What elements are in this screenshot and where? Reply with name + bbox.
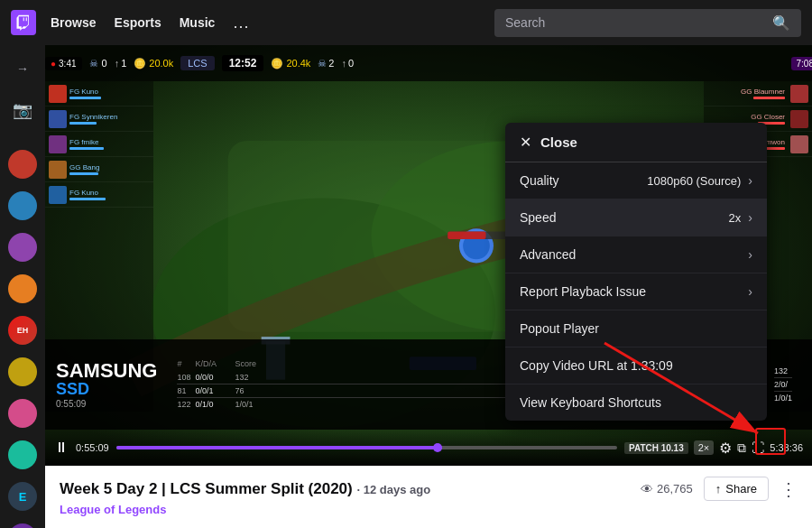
nav-links: Browse Esports Music ...: [51, 14, 249, 32]
hud-kills-left: ☠ 0: [89, 58, 107, 69]
progress-thumb: [433, 443, 442, 452]
video-age: · 12 days ago: [356, 483, 430, 496]
search-bar[interactable]: 🔍: [494, 9, 801, 37]
sidebar-avatar-2[interactable]: [8, 191, 37, 220]
sidebar-avatar-8[interactable]: [8, 440, 37, 469]
sidebar-avatar-6[interactable]: [8, 357, 37, 386]
hud-gold-right: 🪙 20.4k: [271, 58, 310, 69]
popup-quality-arrow: ›: [748, 173, 752, 188]
ad-brand-block: SAMSUNG SSD 0:55:09: [56, 361, 157, 409]
popup-item-speed[interactable]: Speed 2x ›: [505, 199, 767, 236]
player-info-3: FG fmike: [69, 138, 104, 150]
total-time: 5:38:36: [770, 442, 803, 453]
pip-button[interactable]: ⧉: [737, 440, 746, 456]
twitch-logo[interactable]: [11, 10, 36, 35]
popup-quality-value: 1080p60 (Source): [647, 174, 741, 188]
player-row-2: FG Synnikeren: [45, 107, 153, 132]
player-info-5: FG Kuno: [69, 189, 106, 200]
video-title-row: Week 5 Day 2 | LCS Summer Split (2020) ·…: [60, 477, 798, 501]
sidebar-avatar-7[interactable]: [8, 399, 37, 428]
below-video: Week 5 Day 2 | LCS Summer Split (2020) ·…: [45, 466, 812, 528]
popup-quality-label: Quality: [520, 173, 647, 188]
video-controls: ⏸ 0:55:09 PATCH 10.13 2× ⚙ ⧉ ⛶ 5:38:36: [45, 430, 812, 466]
popup-advanced-arrow: ›: [748, 247, 752, 262]
player-avatar-5: [49, 186, 67, 204]
video-container[interactable]: ● 3:41 ☠ 0 ↑1 🪙 20.0k LCS 12:52 🪙 20.4k …: [45, 45, 812, 466]
popup-item-advanced[interactable]: Advanced ›: [505, 236, 767, 273]
popup-advanced-label: Advanced: [520, 247, 748, 262]
popup-speed-value: 2x: [729, 211, 742, 225]
player-row-1: FG Kuno: [45, 81, 153, 107]
right-player-avatar-2: [790, 110, 808, 128]
player-info-2: FG Synnikeren: [69, 113, 117, 125]
right-player-info-1: GG Blaumner: [741, 88, 785, 99]
player-avatar-2: [49, 110, 67, 128]
play-pause-button[interactable]: ⏸: [54, 440, 69, 456]
popup-report-arrow: ›: [748, 284, 752, 299]
fullscreen-button[interactable]: ⛶: [752, 440, 764, 455]
sidebar-avatar-9[interactable]: E: [8, 482, 37, 511]
player-avatar-1: [49, 85, 67, 103]
popup-item-copy-url[interactable]: Copy Video URL at 1:33:09: [505, 347, 767, 384]
video-actions: 👁 26,765 ↑ Share ⋮: [641, 477, 798, 501]
stream-timer-right: 7:08: [791, 57, 812, 70]
sidebar-avatar-4[interactable]: [8, 274, 37, 303]
right-controls: PATCH 10.13 2× ⚙ ⧉ ⛶ 5:38:36: [624, 440, 803, 457]
share-icon: ↑: [715, 482, 722, 496]
popup-popout-label: Popout Player: [520, 321, 752, 336]
ad-timer: 0:55:09: [56, 399, 86, 409]
sidebar-avatar-3[interactable]: [8, 233, 37, 262]
stream-timer: ● 3:41: [45, 57, 82, 70]
popup-item-report[interactable]: Report Playback Issue ›: [505, 273, 767, 310]
hud-kills-right: ☠2: [318, 58, 334, 69]
video-title-block: Week 5 Day 2 | LCS Summer Split (2020) ·…: [60, 480, 430, 498]
popup-copy-url-label: Copy Video URL at 1:33:09: [520, 358, 752, 373]
popup-report-label: Report Playback Issue: [520, 284, 748, 299]
popup-speed-label: Speed: [520, 210, 729, 225]
popup-speed-arrow: ›: [748, 210, 752, 225]
ad-brand-sub: SSD: [56, 381, 89, 397]
popup-item-quality[interactable]: Quality 1080p60 (Source) ›: [505, 162, 767, 199]
search-input[interactable]: [505, 15, 765, 30]
nav-esports[interactable]: Esports: [115, 15, 161, 30]
popup-header: ✕ Close: [505, 123, 767, 162]
right-player-avatar-3: [790, 135, 808, 153]
player-info-4: GG Bang: [69, 163, 99, 175]
main-layout: → 📷 EH E: [0, 45, 812, 528]
more-options-button[interactable]: ⋮: [780, 478, 798, 500]
nav-music[interactable]: Music: [180, 15, 216, 30]
popup-item-popout[interactable]: Popout Player: [505, 310, 767, 347]
right-scoreboard: 132 2/0/ 1/0/1: [774, 365, 792, 404]
sidebar-camera-icon[interactable]: 📷: [8, 96, 37, 125]
content-area: ● 3:41 ☠ 0 ↑1 🪙 20.0k LCS 12:52 🪙 20.4k …: [45, 45, 812, 528]
channel-link[interactable]: League of Legends: [60, 503, 166, 516]
sidebar-avatar-1[interactable]: [8, 150, 37, 179]
patch-badge: PATCH 10.13: [624, 442, 688, 454]
player-info-1: FG Kuno: [69, 88, 101, 99]
nav-browse[interactable]: Browse: [51, 15, 97, 30]
search-icon: 🔍: [772, 14, 790, 32]
popup-close-button[interactable]: ✕: [520, 134, 531, 151]
eye-icon: 👁: [641, 482, 653, 496]
main-timer: 12:52: [222, 55, 264, 71]
game-hud-top: ● 3:41 ☠ 0 ↑1 🪙 20.0k LCS 12:52 🪙 20.4k …: [45, 45, 812, 81]
sidebar-collapse-icon[interactable]: →: [8, 54, 37, 83]
nav-more[interactable]: ...: [233, 14, 249, 32]
progress-fill: [116, 446, 442, 449]
share-button[interactable]: ↑ Share: [704, 477, 769, 501]
speed-badge[interactable]: 2×: [694, 440, 715, 455]
popup-item-keyboard[interactable]: View Keyboard Shortcuts: [505, 384, 767, 421]
settings-popup: ✕ Close Quality 1080p60 (Source) › Speed…: [505, 123, 767, 421]
sidebar-avatar-5[interactable]: EH: [8, 316, 37, 345]
current-time: 0:55:09: [76, 442, 109, 453]
lcs-badge: LCS: [180, 56, 214, 70]
player-row-5: FG Kuno: [45, 182, 153, 208]
player-row-3: FG fmike: [45, 132, 153, 157]
progress-bar[interactable]: [116, 446, 617, 449]
sidebar: → 📷 EH E: [0, 45, 45, 528]
right-player-row-1: GG Blaumner: [704, 81, 812, 107]
ad-brand-name: SAMSUNG: [56, 361, 157, 381]
hud-assists-right: ↑0: [341, 58, 354, 69]
settings-button[interactable]: ⚙: [719, 440, 732, 457]
sidebar-avatar-10[interactable]: [8, 523, 37, 528]
